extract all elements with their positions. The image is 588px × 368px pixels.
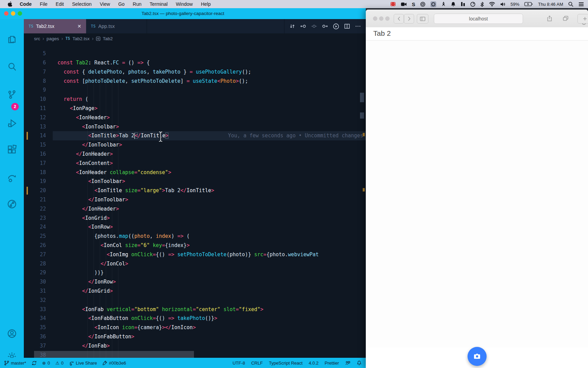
zoom-window-button[interactable] [18,11,22,16]
spotlight-search-icon[interactable] [568,2,573,7]
code-line-26[interactable]: 26 <IonCol size="6" key={index}> [24,241,366,250]
status-item-feedback[interactable] [345,361,350,366]
code-line-9[interactable]: 9 [24,86,366,95]
code-line-35[interactable]: 35 <IonIcon icon={camera}></IonIcon> [24,323,366,332]
columns-icon[interactable] [461,2,465,6]
code-line-36[interactable]: 36 </IonFabButton> [24,332,366,341]
new-tab-plus-icon[interactable] [577,14,588,24]
code-line-18[interactable]: 18 <IonHeader collapse="condense"> [24,168,366,177]
account-icon[interactable] [6,327,18,340]
code-line-10[interactable]: 10 return ( [24,95,366,104]
menu-item-help[interactable]: Help [197,0,215,8]
menu-item-edit[interactable]: Edit [52,0,68,8]
status-item--00b3e6[interactable]: #00b3e6 [102,361,126,366]
tab-apptsx[interactable]: TS App.tsx [86,19,147,33]
code-line-15[interactable]: 15 </IonToolbar> [24,140,366,150]
active-app-tile-icon[interactable] [430,1,436,7]
zoom-window-button[interactable] [385,16,390,21]
status-item-sync[interactable] [32,361,37,366]
close-window-button[interactable] [4,11,9,16]
breadcrumb-src[interactable]: src [34,36,40,41]
status-item-prettier[interactable]: Prettier [325,361,339,366]
rocket-icon[interactable] [441,2,446,7]
horizontal-scrollbar[interactable] [34,351,194,358]
apple-menu-icon[interactable] [5,1,16,7]
menu-item-view[interactable]: View [96,0,114,8]
code-line-14[interactable]: 14 <IonTitle>Tab 2</IonTitle>You, a few … [24,131,366,140]
menu-item-file[interactable]: File [36,0,52,8]
code-line-7[interactable]: 7 const { deletePhoto, photos, takePhoto… [24,67,366,77]
minimize-window-button[interactable] [379,16,383,21]
share-icon[interactable] [544,14,555,23]
split-editor-icon[interactable] [344,23,350,29]
address-bar[interactable]: localhost [434,14,523,24]
vscode-title-bar[interactable]: Tab2.tsx — photo-gallery-capacitor-react [0,8,366,19]
code-line-32[interactable]: 32 [24,296,366,305]
code-line-6[interactable]: 6const Tab2: React.FC = () => { [24,58,366,67]
gitlens-icon[interactable] [6,198,18,210]
status-item-crlf[interactable]: CRLF [251,361,263,366]
open-changes-icon[interactable] [289,23,295,29]
status-item-typescript-react[interactable]: TypeScript React [269,361,303,366]
run-file-icon[interactable] [333,23,339,30]
explorer-icon[interactable] [6,33,18,46]
code-line-19[interactable]: 19 <IonToolbar> [24,177,366,186]
bluetooth-icon[interactable] [480,2,484,7]
film-icon[interactable] [390,2,396,6]
s-app-icon[interactable]: S [412,1,415,7]
close-window-button[interactable] [373,16,377,21]
search-icon[interactable] [6,61,18,73]
code-line-31[interactable]: 31 </IonGrid> [24,287,366,296]
code-line-28[interactable]: 28 </IonCol> [24,259,366,269]
status-item-bell[interactable] [357,361,362,366]
source-control-icon[interactable] [6,89,18,101]
video-camera-icon[interactable] [401,2,407,6]
code-line-11[interactable]: 11 <IonPage> [24,104,366,113]
camera-fab-button[interactable] [468,347,487,366]
code-editor[interactable]: 56const Tab2: React.FC = () => {7 const … [24,44,366,358]
breadcrumb-file[interactable]: Tab2.tsx [72,36,89,41]
code-line-34[interactable]: 34 <IonFabButton onClick={() => takePhot… [24,314,366,323]
back-button[interactable] [394,14,404,24]
status-item-4-0-2[interactable]: 4.0.2 [309,361,318,366]
code-line-16[interactable]: 16 </IonHeader> [24,150,366,159]
menu-item-app[interactable]: Code [16,0,36,8]
record-circle-icon[interactable] [420,2,425,7]
run-debug-icon[interactable] [6,117,18,129]
code-line-5[interactable]: 5 [24,49,366,58]
code-line-20[interactable]: 20 <IonTitle size="large">Tab 2</IonTitl… [24,186,366,195]
more-actions-icon[interactable] [355,23,361,29]
code-line-27[interactable]: 27 <IonImg onClick={() => setPhotoToDele… [24,250,366,259]
code-line-17[interactable]: 17 <IonContent> [24,159,366,168]
wifi-icon[interactable] [489,2,495,6]
minimize-window-button[interactable] [11,11,15,16]
menu-item-run[interactable]: Run [129,0,146,8]
compass-icon[interactable] [470,2,475,7]
code-line-8[interactable]: 8 const [photoToDelete, setPhotoToDelete… [24,77,366,86]
code-line-37[interactable]: 37 </IonFab> [24,341,366,351]
menu-item-go[interactable]: Go [114,0,129,8]
code-line-21[interactable]: 21 </IonToolbar> [24,195,366,204]
status-item-master-[interactable]: master* [4,361,26,366]
menu-item-selection[interactable]: Selection [68,0,96,8]
previous-change-icon[interactable] [300,23,306,29]
menu-clock[interactable]: Thu 8:46 AM [538,2,563,7]
close-tab-icon[interactable]: ✕ [77,24,81,29]
code-line-24[interactable]: 24 <IonRow> [24,223,366,232]
code-line-12[interactable]: 12 <IonHeader> [24,113,366,122]
code-line-22[interactable]: 22 </IonHeader> [24,204,366,214]
volume-icon[interactable] [500,2,505,6]
live-share-icon[interactable] [6,172,18,184]
status-item-0[interactable]: ⚠0 [55,361,64,366]
status-item-live-share[interactable]: Live Share [69,361,97,366]
code-line-13[interactable]: 13 <IonToolbar> [24,122,366,132]
extensions-icon[interactable] [6,143,18,156]
forward-button[interactable] [404,14,414,24]
menu-item-window[interactable]: Window [172,0,197,8]
bell-icon[interactable] [451,2,456,7]
status-item-0[interactable]: ⊗0 [42,361,50,366]
sidebar-icon[interactable] [417,14,428,24]
current-change-icon[interactable] [311,23,317,29]
code-line-33[interactable]: 33 <IonFab vertical="bottom" horizontal=… [24,305,366,314]
breadcrumb-symbol[interactable]: Tab2 [103,36,113,41]
